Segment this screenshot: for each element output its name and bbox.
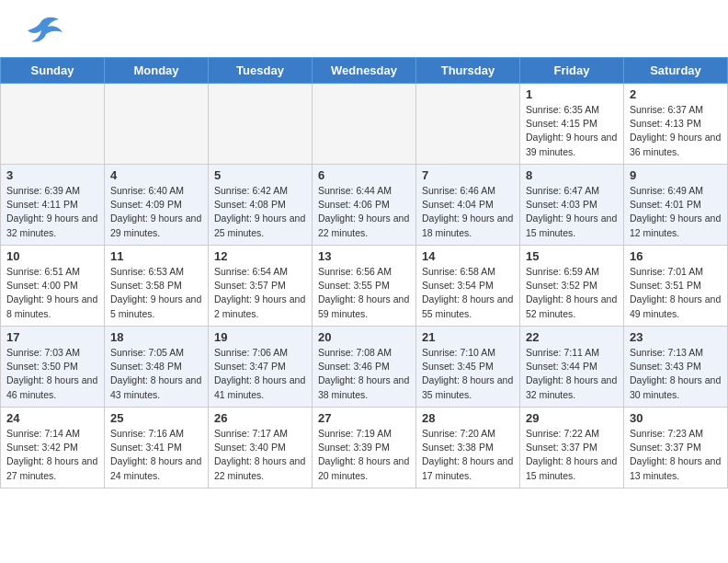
day-info: Sunrise: 6:59 AM Sunset: 3:52 PM Dayligh… — [526, 265, 618, 321]
day-info: Sunrise: 7:03 AM Sunset: 3:50 PM Dayligh… — [6, 346, 98, 402]
date-number: 20 — [318, 330, 410, 344]
week-row-2: 3Sunrise: 6:39 AM Sunset: 4:11 PM Daylig… — [1, 165, 728, 246]
day-cell-24: 24Sunrise: 7:14 AM Sunset: 3:42 PM Dayli… — [1, 408, 105, 488]
day-cell-25: 25Sunrise: 7:16 AM Sunset: 3:41 PM Dayli… — [105, 408, 209, 488]
days-header-row: SundayMondayTuesdayWednesdayThursdayFrid… — [1, 58, 728, 84]
day-cell-22: 22Sunrise: 7:11 AM Sunset: 3:44 PM Dayli… — [520, 327, 624, 408]
day-info: Sunrise: 6:37 AM Sunset: 4:13 PM Dayligh… — [630, 103, 722, 159]
date-number: 19 — [214, 330, 306, 344]
date-number: 17 — [6, 330, 98, 344]
day-cell-29: 29Sunrise: 7:22 AM Sunset: 3:37 PM Dayli… — [520, 408, 624, 488]
day-header-saturday: Saturday — [624, 58, 728, 84]
date-number: 1 — [526, 87, 618, 101]
week-row-5: 24Sunrise: 7:14 AM Sunset: 3:42 PM Dayli… — [1, 408, 728, 488]
date-number: 26 — [214, 411, 306, 425]
day-info: Sunrise: 6:44 AM Sunset: 4:06 PM Dayligh… — [318, 184, 410, 240]
date-number: 16 — [630, 249, 722, 263]
day-cell-30: 30Sunrise: 7:23 AM Sunset: 3:37 PM Dayli… — [624, 408, 728, 488]
day-cell-21: 21Sunrise: 7:10 AM Sunset: 3:45 PM Dayli… — [416, 327, 520, 408]
day-cell-23: 23Sunrise: 7:13 AM Sunset: 3:43 PM Dayli… — [624, 327, 728, 408]
day-info: Sunrise: 6:35 AM Sunset: 4:15 PM Dayligh… — [526, 103, 618, 159]
day-info: Sunrise: 6:49 AM Sunset: 4:01 PM Dayligh… — [630, 184, 722, 240]
day-cell-empty — [1, 84, 105, 165]
day-cell-8: 8Sunrise: 6:47 AM Sunset: 4:03 PM Daylig… — [520, 165, 624, 246]
day-info: Sunrise: 7:08 AM Sunset: 3:46 PM Dayligh… — [318, 346, 410, 402]
day-info: Sunrise: 6:39 AM Sunset: 4:11 PM Dayligh… — [6, 184, 98, 240]
day-info: Sunrise: 7:17 AM Sunset: 3:40 PM Dayligh… — [214, 427, 306, 483]
date-number: 30 — [630, 411, 722, 425]
date-number: 7 — [422, 168, 514, 182]
day-header-friday: Friday — [520, 58, 624, 84]
day-cell-10: 10Sunrise: 6:51 AM Sunset: 4:00 PM Dayli… — [1, 246, 105, 327]
date-number: 6 — [318, 168, 410, 182]
page-wrapper: SundayMondayTuesdayWednesdayThursdayFrid… — [0, 0, 728, 563]
day-info: Sunrise: 7:11 AM Sunset: 3:44 PM Dayligh… — [526, 346, 618, 402]
day-cell-1: 1Sunrise: 6:35 AM Sunset: 4:15 PM Daylig… — [520, 84, 624, 165]
day-info: Sunrise: 7:19 AM Sunset: 3:39 PM Dayligh… — [318, 427, 410, 483]
date-number: 9 — [630, 168, 722, 182]
day-header-sunday: Sunday — [1, 58, 105, 84]
date-number: 28 — [422, 411, 514, 425]
day-cell-16: 16Sunrise: 7:01 AM Sunset: 3:51 PM Dayli… — [624, 246, 728, 327]
day-cell-4: 4Sunrise: 6:40 AM Sunset: 4:09 PM Daylig… — [105, 165, 209, 246]
day-cell-11: 11Sunrise: 6:53 AM Sunset: 3:58 PM Dayli… — [105, 246, 209, 327]
logo-bird-svg — [18, 14, 64, 52]
date-number: 8 — [526, 168, 618, 182]
date-number: 12 — [214, 249, 306, 263]
day-cell-empty — [105, 84, 209, 165]
date-number: 2 — [630, 87, 722, 101]
header — [0, 0, 728, 57]
day-cell-2: 2Sunrise: 6:37 AM Sunset: 4:13 PM Daylig… — [624, 84, 728, 165]
date-number: 4 — [110, 168, 202, 182]
day-info: Sunrise: 7:06 AM Sunset: 3:47 PM Dayligh… — [214, 346, 306, 402]
date-number: 10 — [6, 249, 98, 263]
week-row-1: 1Sunrise: 6:35 AM Sunset: 4:15 PM Daylig… — [1, 84, 728, 165]
date-number: 21 — [422, 330, 514, 344]
day-info: Sunrise: 7:10 AM Sunset: 3:45 PM Dayligh… — [422, 346, 514, 402]
day-cell-9: 9Sunrise: 6:49 AM Sunset: 4:01 PM Daylig… — [624, 165, 728, 246]
week-row-3: 10Sunrise: 6:51 AM Sunset: 4:00 PM Dayli… — [1, 246, 728, 327]
day-cell-17: 17Sunrise: 7:03 AM Sunset: 3:50 PM Dayli… — [1, 327, 105, 408]
day-cell-15: 15Sunrise: 6:59 AM Sunset: 3:52 PM Dayli… — [520, 246, 624, 327]
date-number: 25 — [110, 411, 202, 425]
day-info: Sunrise: 6:54 AM Sunset: 3:57 PM Dayligh… — [214, 265, 306, 321]
date-number: 29 — [526, 411, 618, 425]
date-number: 23 — [630, 330, 722, 344]
day-info: Sunrise: 6:51 AM Sunset: 4:00 PM Dayligh… — [6, 265, 98, 321]
day-header-monday: Monday — [105, 58, 209, 84]
day-cell-5: 5Sunrise: 6:42 AM Sunset: 4:08 PM Daylig… — [209, 165, 313, 246]
week-row-4: 17Sunrise: 7:03 AM Sunset: 3:50 PM Dayli… — [1, 327, 728, 408]
day-info: Sunrise: 7:13 AM Sunset: 3:43 PM Dayligh… — [630, 346, 722, 402]
day-cell-28: 28Sunrise: 7:20 AM Sunset: 3:38 PM Dayli… — [416, 408, 520, 488]
day-cell-19: 19Sunrise: 7:06 AM Sunset: 3:47 PM Dayli… — [209, 327, 313, 408]
date-number: 3 — [6, 168, 98, 182]
day-info: Sunrise: 7:14 AM Sunset: 3:42 PM Dayligh… — [6, 427, 98, 483]
day-info: Sunrise: 7:01 AM Sunset: 3:51 PM Dayligh… — [630, 265, 722, 321]
logo-container — [18, 14, 70, 52]
logo-icon — [18, 14, 64, 52]
day-cell-empty — [313, 84, 416, 165]
day-header-wednesday: Wednesday — [313, 58, 416, 84]
day-cell-20: 20Sunrise: 7:08 AM Sunset: 3:46 PM Dayli… — [313, 327, 416, 408]
day-cell-6: 6Sunrise: 6:44 AM Sunset: 4:06 PM Daylig… — [313, 165, 416, 246]
day-cell-12: 12Sunrise: 6:54 AM Sunset: 3:57 PM Dayli… — [209, 246, 313, 327]
date-number: 18 — [110, 330, 202, 344]
day-info: Sunrise: 6:40 AM Sunset: 4:09 PM Dayligh… — [110, 184, 202, 240]
day-cell-18: 18Sunrise: 7:05 AM Sunset: 3:48 PM Dayli… — [105, 327, 209, 408]
date-number: 5 — [214, 168, 306, 182]
day-cell-27: 27Sunrise: 7:19 AM Sunset: 3:39 PM Dayli… — [313, 408, 416, 488]
day-info: Sunrise: 7:22 AM Sunset: 3:37 PM Dayligh… — [526, 427, 618, 483]
calendar-table: SundayMondayTuesdayWednesdayThursdayFrid… — [0, 57, 728, 488]
day-cell-26: 26Sunrise: 7:17 AM Sunset: 3:40 PM Dayli… — [209, 408, 313, 488]
date-number: 11 — [110, 249, 202, 263]
day-cell-13: 13Sunrise: 6:56 AM Sunset: 3:55 PM Dayli… — [313, 246, 416, 327]
day-cell-3: 3Sunrise: 6:39 AM Sunset: 4:11 PM Daylig… — [1, 165, 105, 246]
day-header-tuesday: Tuesday — [209, 58, 313, 84]
date-number: 15 — [526, 249, 618, 263]
day-info: Sunrise: 6:56 AM Sunset: 3:55 PM Dayligh… — [318, 265, 410, 321]
day-info: Sunrise: 6:58 AM Sunset: 3:54 PM Dayligh… — [422, 265, 514, 321]
day-info: Sunrise: 7:23 AM Sunset: 3:37 PM Dayligh… — [630, 427, 722, 483]
day-cell-14: 14Sunrise: 6:58 AM Sunset: 3:54 PM Dayli… — [416, 246, 520, 327]
date-number: 13 — [318, 249, 410, 263]
day-info: Sunrise: 7:05 AM Sunset: 3:48 PM Dayligh… — [110, 346, 202, 402]
